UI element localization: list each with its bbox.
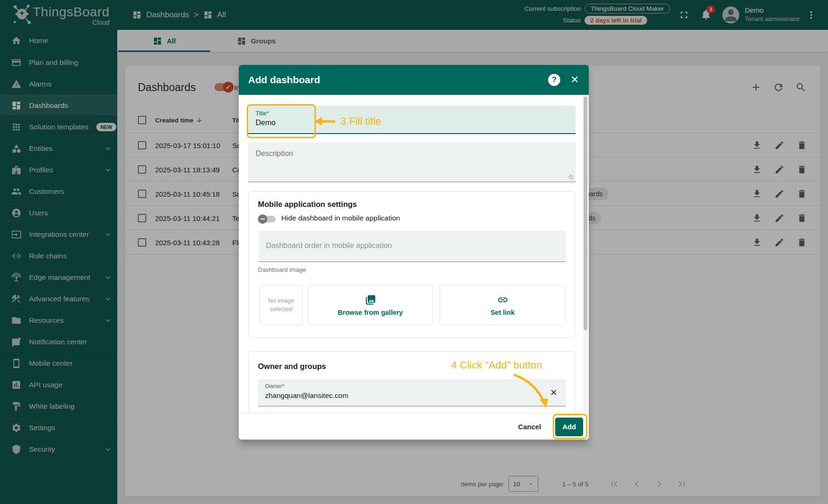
annotation-title-highlight-box [247, 104, 316, 138]
owner-field-value: zhangquan@lansitec.com [265, 391, 349, 400]
annotation-left-arrow [314, 114, 338, 129]
owner-groups-title: Owner and groups [258, 362, 326, 371]
annotation-curved-arrow [500, 369, 554, 412]
description-field[interactable]: Description [248, 142, 576, 182]
dashboard-order-placeholder: Dashboard order in mobile application [266, 241, 392, 250]
toggle-off-knob [258, 214, 267, 224]
gallery-icon [365, 294, 376, 305]
scrollbar-thumb[interactable] [584, 97, 587, 330]
dashboard-order-field[interactable]: Dashboard order in mobile application [259, 231, 566, 262]
annotation-step3-text: 3 Fill title [341, 115, 381, 128]
set-link-label: Set link [491, 309, 515, 316]
description-placeholder: Description [256, 149, 293, 158]
no-image-text: No image selected [265, 297, 298, 313]
dashboard-image-label: Dashboard image [258, 266, 306, 273]
annotation-add-highlight-box [553, 414, 587, 439]
resize-handle[interactable] [569, 175, 573, 179]
close-icon[interactable]: ✕ [568, 73, 581, 86]
cancel-button[interactable]: Cancel [515, 419, 544, 434]
dashboard-image-row: No image selected Browse from gallery Se… [249, 285, 575, 325]
owner-field-label: Owner* [265, 383, 285, 390]
image-preview-box: No image selected [259, 285, 303, 325]
dialog-scrollbar [583, 95, 588, 413]
add-dashboard-dialog: Add dashboard ? ✕ Title* Demo 3 Fill tit… [239, 65, 589, 440]
browse-from-gallery-label: Browse from gallery [338, 309, 403, 316]
browse-from-gallery-button[interactable]: Browse from gallery [307, 285, 433, 325]
dialog-footer: Cancel Add [239, 413, 589, 440]
set-link-button[interactable]: Set link [440, 285, 565, 325]
hide-dashboard-toggle-row: Hide dashboard in mobile application [249, 213, 575, 225]
link-icon [497, 294, 508, 305]
mobile-settings-title: Mobile application settings [258, 200, 357, 209]
help-icon[interactable]: ? [548, 74, 560, 86]
hide-dashboard-label: Hide dashboard in mobile application [281, 214, 400, 222]
hide-dashboard-toggle[interactable] [259, 216, 276, 222]
mobile-settings-card: Mobile application settings Hide dashboa… [248, 191, 575, 338]
dialog-header: Add dashboard ? ✕ [239, 65, 589, 95]
dialog-title: Add dashboard [248, 74, 320, 85]
